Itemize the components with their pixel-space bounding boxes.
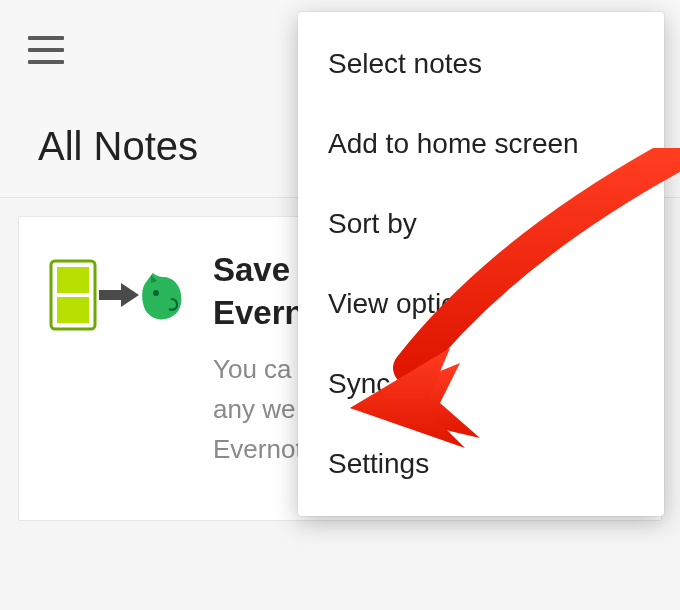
svg-point-3 xyxy=(153,290,159,296)
menu-item-select-notes[interactable]: Select notes xyxy=(298,24,664,104)
svg-rect-1 xyxy=(57,267,89,293)
hamburger-icon[interactable] xyxy=(28,36,64,64)
menu-item-sync[interactable]: Sync xyxy=(298,344,664,424)
menu-item-add-to-home-screen[interactable]: Add to home screen xyxy=(298,104,664,184)
card-title: Save Evern xyxy=(213,249,305,335)
card-text-line: Evernot xyxy=(213,434,303,464)
save-to-evernote-icon xyxy=(47,255,187,335)
card-text-line: any we xyxy=(213,394,295,424)
card-title-line: Evern xyxy=(213,294,305,331)
card-text-line: You ca xyxy=(213,354,292,384)
menu-item-view-options[interactable]: View options xyxy=(298,264,664,344)
card-body: Save Evern You ca any we Evernot xyxy=(213,249,305,470)
overflow-menu: Select notes Add to home screen Sort by … xyxy=(298,12,664,516)
card-title-line: Save xyxy=(213,251,290,288)
menu-item-settings[interactable]: Settings xyxy=(298,424,664,504)
card-text: You ca any we Evernot xyxy=(213,349,305,470)
svg-rect-2 xyxy=(57,297,89,323)
menu-item-sort-by[interactable]: Sort by xyxy=(298,184,664,264)
